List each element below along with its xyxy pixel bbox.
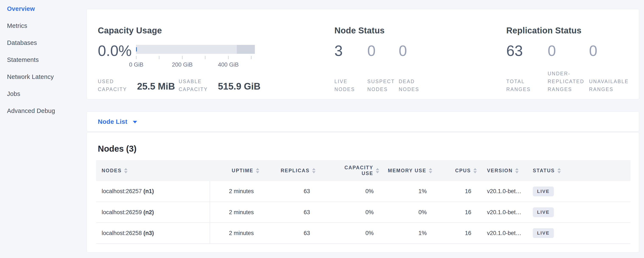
capacity-usage-title: Capacity Usage: [98, 26, 162, 35]
capacity-used-percent: 0.0%: [98, 43, 132, 59]
sidebar-nav-list: Overview Metrics Databases Statements Ne…: [0, 0, 86, 119]
gauge-tick-label: 400 GiB: [218, 61, 239, 68]
live-nodes-value: 3: [334, 43, 343, 59]
under-replicated-ranges-label: UNDER-REPLICATED RANGES: [548, 70, 590, 93]
node-address-cell: localhost:26259 (n2): [96, 202, 210, 223]
gauge-tick: [136, 56, 136, 59]
sort-icon: [124, 168, 128, 173]
capacity-gauge: 0 GiB 200 GiB 400 GiB: [136, 45, 255, 68]
column-header-nodes[interactable]: NODES: [96, 160, 210, 181]
cpus-cell: 16: [433, 223, 478, 243]
sort-icon: [558, 168, 561, 173]
capacity-gauge-reserved-segment: [237, 45, 255, 54]
column-header-label: CAPACITY USE: [339, 165, 373, 176]
replicas-cell: 63: [260, 202, 316, 223]
nodes-table-heading: Nodes (3): [98, 144, 136, 154]
table-row-node-1[interactable]: localhost:26257 (n1) 2 minutes 63 0% 1% …: [96, 181, 630, 202]
sort-icon: [376, 168, 379, 173]
cpus-cell: 16: [433, 181, 478, 202]
column-header-label: NODES: [102, 168, 122, 174]
column-header-capacity-use[interactable]: CAPACITY USE: [316, 160, 380, 181]
column-header-memory-use[interactable]: MEMORY USE: [380, 160, 433, 181]
node-list-dropdown-label: Node List: [98, 118, 127, 125]
column-header-status[interactable]: STATUS: [524, 160, 630, 181]
capacity-use-cell: 0%: [316, 223, 380, 243]
sidebar-item-databases[interactable]: Databases: [0, 34, 86, 51]
column-header-label: CPUS: [455, 168, 471, 174]
uptime-cell: 2 minutes: [210, 181, 260, 202]
column-header-uptime[interactable]: UPTIME: [210, 160, 260, 181]
replicas-cell: 63: [260, 181, 316, 202]
column-header-label: STATUS: [533, 168, 555, 174]
live-nodes-label: LIVE NODES: [334, 78, 360, 93]
node-status-title: Node Status: [334, 26, 385, 35]
cluster-summary-card: Capacity Usage 0.0% 0 GiB 200 GiB 400 Gi…: [86, 9, 639, 99]
gauge-tick: [228, 56, 228, 59]
sidebar-item-statements[interactable]: Statements: [0, 51, 86, 68]
under-replicated-ranges-value: 0: [548, 43, 556, 59]
sidebar-item-advanced-debug[interactable]: Advanced Debug: [0, 102, 86, 119]
column-header-label: UPTIME: [232, 168, 253, 174]
node-address-cell: localhost:26258 (n3): [96, 223, 210, 243]
cpus-cell: 16: [433, 202, 478, 223]
column-header-cpus[interactable]: CPUS: [433, 160, 478, 181]
status-badge: LIVE: [533, 228, 554, 238]
usable-capacity-value: 515.9 GiB: [218, 81, 260, 92]
uptime-cell: 2 minutes: [210, 223, 260, 243]
gauge-tick: [159, 56, 159, 59]
table-header-row: NODES UPTIME REPLICAS CAPACITY USE MEMOR…: [96, 160, 630, 181]
node-address-cell: localhost:26257 (n1): [96, 181, 210, 202]
status-badge: LIVE: [533, 207, 554, 217]
total-ranges-value: 63: [506, 43, 523, 59]
status-badge: LIVE: [533, 187, 554, 196]
version-cell: v20.1.0-bet…: [478, 202, 524, 223]
status-cell: LIVE: [524, 223, 630, 243]
chevron-down-icon: [133, 121, 137, 123]
usable-capacity-label: USABLE CAPACITY: [179, 78, 215, 93]
view-selector-card: Node List: [86, 111, 639, 132]
column-header-label: VERSION: [487, 168, 513, 174]
nodes-table-card: Nodes (3) NODES UPTIME REPLICAS CAPACITY…: [86, 132, 639, 252]
uptime-cell: 2 minutes: [210, 202, 260, 223]
column-header-label: MEMORY USE: [388, 168, 426, 174]
memory-use-cell: 1%: [380, 223, 433, 243]
replicas-cell: 63: [260, 223, 316, 243]
unavailable-ranges-value: 0: [589, 43, 597, 59]
column-header-replicas[interactable]: REPLICAS: [260, 160, 316, 181]
capacity-gauge-track: [136, 45, 255, 54]
sidebar-item-jobs[interactable]: Jobs: [0, 85, 86, 102]
dead-nodes-label: DEAD NODES: [399, 78, 424, 93]
gauge-tick: [205, 56, 206, 59]
capacity-use-cell: 0%: [316, 202, 380, 223]
table-row-node-3[interactable]: localhost:26258 (n3) 2 minutes 63 0% 1% …: [96, 223, 630, 243]
memory-use-cell: 1%: [380, 181, 433, 202]
sort-icon: [256, 168, 259, 173]
version-cell: v20.1.0-bet…: [478, 181, 524, 202]
sort-icon: [429, 168, 432, 173]
overview-page: Overview Metrics Databases Statements Ne…: [0, 0, 644, 258]
column-header-version[interactable]: VERSION: [478, 160, 524, 181]
status-cell: LIVE: [524, 181, 630, 202]
status-cell: LIVE: [524, 202, 630, 223]
sort-icon: [312, 168, 316, 173]
sidebar-item-overview[interactable]: Overview: [0, 0, 86, 17]
suspect-nodes-value: 0: [367, 43, 376, 59]
node-list-dropdown[interactable]: Node List: [98, 112, 137, 132]
sidebar: Overview Metrics Databases Statements Ne…: [0, 0, 86, 258]
gauge-tick: [182, 56, 182, 59]
table-row-node-2[interactable]: localhost:26259 (n2) 2 minutes 63 0% 0% …: [96, 202, 630, 223]
total-ranges-label: TOTAL RANGES: [506, 78, 535, 93]
used-capacity-value: 25.5 MiB: [137, 81, 175, 92]
capacity-gauge-used-marker: [136, 47, 137, 51]
sort-icon: [515, 168, 518, 173]
replication-status-title: Replication Status: [506, 26, 582, 35]
gauge-tick-label: 200 GiB: [172, 61, 193, 68]
unavailable-ranges-label: UNAVAILABLE RANGES: [589, 78, 639, 93]
used-capacity-label: USED CAPACITY: [98, 78, 134, 93]
sidebar-item-metrics[interactable]: Metrics: [0, 17, 86, 34]
gauge-tick-label: 0 GiB: [129, 61, 144, 68]
sidebar-item-network-latency[interactable]: Network Latency: [0, 68, 86, 85]
suspect-nodes-label: SUSPECT NODES: [367, 78, 398, 93]
memory-use-cell: 0%: [380, 202, 433, 223]
sort-icon: [474, 168, 477, 173]
